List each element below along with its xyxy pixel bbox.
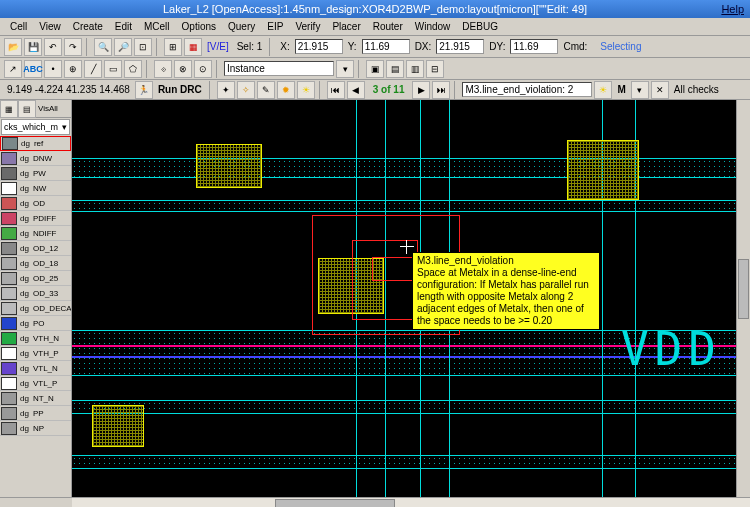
y-input[interactable] — [362, 39, 410, 54]
violation-display[interactable] — [462, 82, 592, 97]
menu-view[interactable]: View — [33, 19, 67, 34]
menu-query[interactable]: Query — [222, 19, 261, 34]
all-checks-label: All checks — [674, 84, 719, 95]
menu-create[interactable]: Create — [67, 19, 109, 34]
line-icon[interactable]: ╱ — [84, 60, 102, 78]
sel-count: Sel: 1 — [237, 41, 263, 52]
menu-placer[interactable]: Placer — [326, 19, 366, 34]
highlight-icon[interactable]: ✧ — [237, 81, 255, 99]
layer-swatch — [1, 152, 17, 165]
prev-icon[interactable]: ◀ — [347, 81, 365, 99]
next-icon[interactable]: ▶ — [412, 81, 430, 99]
tool2-icon[interactable]: ⊗ — [174, 60, 192, 78]
toolbar-secondary: ↗ ABC • ⊕ ╱ ▭ ⬠ ⟐ ⊗ ⊙ ▾ ▣ ▤ ▥ ⊟ — [0, 58, 750, 80]
layer-row-np[interactable]: dgNP — [0, 421, 71, 436]
layer-row-pw[interactable]: dgPW — [0, 166, 71, 181]
grid-icon[interactable]: ⊞ — [164, 38, 182, 56]
wand-icon[interactable]: ✦ — [217, 81, 235, 99]
layer-row-pp[interactable]: dgPP — [0, 406, 71, 421]
dy-input[interactable] — [510, 39, 558, 54]
instance-select[interactable] — [224, 61, 334, 76]
layer-swatch — [1, 347, 17, 360]
layer-row-vth_p[interactable]: dgVTH_P — [0, 346, 71, 361]
op1-icon[interactable]: ▣ — [366, 60, 384, 78]
arrow-icon[interactable]: ↗ — [4, 60, 22, 78]
menu-verify[interactable]: Verify — [289, 19, 326, 34]
menu-options[interactable]: Options — [176, 19, 222, 34]
layer-row-ndiff[interactable]: dgNDIFF — [0, 226, 71, 241]
prev-all-icon[interactable]: ⏮ — [327, 81, 345, 99]
layer-row-od_25[interactable]: dgOD_25 — [0, 271, 71, 286]
vertical-scrollbar[interactable] — [736, 100, 750, 497]
dropdown-icon[interactable]: ▾ — [336, 60, 354, 78]
layer-col-dg: dg — [18, 274, 31, 283]
horizontal-scrollbar[interactable] — [0, 497, 750, 507]
layer-swatch — [1, 272, 17, 285]
pencil-icon[interactable]: ✎ — [257, 81, 275, 99]
text-icon[interactable]: ABC — [24, 60, 42, 78]
op2-icon[interactable]: ▤ — [386, 60, 404, 78]
sun2-icon[interactable]: ☀ — [594, 81, 612, 99]
open-icon[interactable]: 📂 — [4, 38, 22, 56]
layer-row-od_12[interactable]: dgOD_12 — [0, 241, 71, 256]
poly-icon[interactable]: ⬠ — [124, 60, 142, 78]
layer-row-po[interactable]: dgPO — [0, 316, 71, 331]
layers-icon[interactable]: ▦ — [184, 38, 202, 56]
layer-row-ref[interactable]: dgref — [0, 136, 71, 151]
zoom-fit-icon[interactable]: ⊡ — [134, 38, 152, 56]
close-x-icon[interactable]: ✕ — [651, 81, 669, 99]
menu-router[interactable]: Router — [367, 19, 409, 34]
dx-input[interactable] — [436, 39, 484, 54]
sun-icon[interactable]: ☀ — [297, 81, 315, 99]
undo-icon[interactable]: ↶ — [44, 38, 62, 56]
vertex-icon[interactable]: ⊕ — [64, 60, 82, 78]
layer-row-vtl_n[interactable]: dgVTL_N — [0, 361, 71, 376]
tool1-icon[interactable]: ⟐ — [154, 60, 172, 78]
save-icon[interactable]: 💾 — [24, 38, 42, 56]
zoom-in-icon[interactable]: 🔍 — [94, 38, 112, 56]
op4-icon[interactable]: ⊟ — [426, 60, 444, 78]
tool3-icon[interactable]: ⊙ — [194, 60, 212, 78]
menu-eip[interactable]: EIP — [261, 19, 289, 34]
help-link[interactable]: Help — [721, 3, 744, 15]
layer-name: ref — [32, 139, 45, 148]
x-input[interactable] — [295, 39, 343, 54]
layer-toggle2[interactable]: ▤ — [18, 100, 36, 118]
m-dropdown-icon[interactable]: ▾ — [631, 81, 649, 99]
layer-row-od_33[interactable]: dgOD_33 — [0, 286, 71, 301]
layer-row-nt_n[interactable]: dgNT_N — [0, 391, 71, 406]
layer-col-dg: dg — [18, 424, 31, 433]
menu-debug[interactable]: DEBUG — [456, 19, 504, 34]
run-person-icon[interactable]: 🏃 — [135, 81, 153, 99]
layer-row-nw[interactable]: dgNW — [0, 181, 71, 196]
visall-label[interactable]: VisAll — [38, 104, 69, 113]
menu-mcell[interactable]: MCell — [138, 19, 176, 34]
layer-row-vth_n[interactable]: dgVTH_N — [0, 331, 71, 346]
point-icon[interactable]: • — [44, 60, 62, 78]
layer-row-od[interactable]: dgOD — [0, 196, 71, 211]
star-icon[interactable]: ✹ — [277, 81, 295, 99]
layer-swatch — [1, 257, 17, 270]
rect-icon[interactable]: ▭ — [104, 60, 122, 78]
layer-row-dnw[interactable]: dgDNW — [0, 151, 71, 166]
menu-window[interactable]: Window — [409, 19, 457, 34]
layout-canvas[interactable]: VDD M3.line_end_violation Space at Metal… — [72, 100, 750, 497]
redo-icon[interactable]: ↷ — [64, 38, 82, 56]
layer-row-od_18[interactable]: dgOD_18 — [0, 256, 71, 271]
next-all-icon[interactable]: ⏭ — [432, 81, 450, 99]
layer-row-pdiff[interactable]: dgPDIFF — [0, 211, 71, 226]
layer-swatch — [1, 302, 17, 315]
layer-row-od_deca[interactable]: dgOD_DECA — [0, 301, 71, 316]
layer-toggle1[interactable]: ▦ — [0, 100, 18, 118]
run-drc-button[interactable]: Run DRC — [158, 84, 202, 95]
ve-toggle[interactable]: [V/E] — [207, 41, 229, 52]
zoom-out-icon[interactable]: 🔎 — [114, 38, 132, 56]
menu-edit[interactable]: Edit — [109, 19, 138, 34]
layer-name: NT_N — [31, 394, 56, 403]
op3-icon[interactable]: ▥ — [406, 60, 424, 78]
layer-swatch — [2, 137, 18, 150]
layer-name: VTH_P — [31, 349, 61, 358]
menu-cell[interactable]: Cell — [4, 19, 33, 34]
layer-filter-dropdown[interactable]: cks_which_m — [1, 119, 70, 135]
layer-row-vtl_p[interactable]: dgVTL_P — [0, 376, 71, 391]
